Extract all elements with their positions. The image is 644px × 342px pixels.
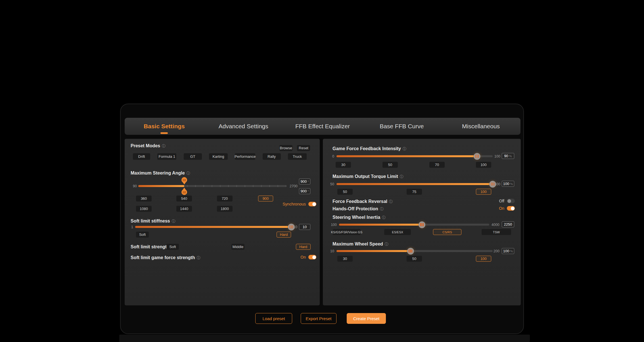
wheel-speed-30-button[interactable]: 30 [337,256,353,262]
info-icon[interactable]: ⓘ [380,207,384,211]
soft-limit-game-force-label: Soft limit game force strengthⓘ [131,255,200,261]
game-ffb-intensity-label: Game Force Feedback Intensityⓘ [333,146,406,152]
wheel-tsw-button[interactable]: TSW [482,229,511,235]
tab-miscellaneous[interactable]: Miscellaneous [441,123,520,130]
torque-100-button[interactable]: 100 [476,189,491,195]
inertia-handle[interactable] [419,221,425,228]
intensity-30-button[interactable]: 30 [336,162,351,168]
slider-fill [336,155,477,157]
info-icon[interactable]: ⓘ [385,242,388,246]
max-steering-angle-label: Maximum Steering Angleⓘ [131,171,190,176]
wheel-speed-handle[interactable] [407,248,414,255]
export-preset-button[interactable]: Export Preset [301,313,336,324]
angle-1800-button[interactable]: 1800 [217,206,233,212]
game-force-toggle[interactable] [308,255,316,259]
hands-off-toggle[interactable] [507,206,515,211]
bottom-bar [119,335,530,342]
stiffness-value[interactable]: 10 [299,224,310,230]
wheel-speed-value[interactable]: 100% [502,248,514,254]
slider-fill [336,183,493,185]
preset-gt-button[interactable]: GT [184,153,202,160]
wheel-speed-slider[interactable] [336,250,493,252]
info-icon[interactable]: ⓘ [400,175,403,179]
torque-75-button[interactable]: 75 [407,189,422,195]
tab-ffb-effect-equalizer[interactable]: FFB Effect Equalizer [283,123,362,130]
torque-min: 50 [327,182,334,186]
info-icon[interactable]: ⓘ [172,219,175,223]
stiffness-soft-button[interactable]: Soft [136,232,149,238]
info-icon[interactable]: ⓘ [382,215,386,220]
wheel-es-esx-button[interactable]: ES/ESX [384,229,411,235]
intensity-50-button[interactable]: 50 [382,162,398,168]
tab-basic-settings[interactable]: Basic Settings [125,123,204,130]
steering-angle-handle-bottom[interactable] [181,187,187,195]
tab-base-ffb-curve[interactable]: Base FFB Curve [362,123,441,130]
preset-modes-label: Preset Modesⓘ [131,143,166,149]
load-preset-button[interactable]: Load preset [255,313,292,324]
angle-900-button[interactable]: 900 [258,196,273,202]
strength-soft-button[interactable]: Soft [166,244,179,250]
hands-off-protection-label: Hands-Off Protectionⓘ [333,206,384,212]
browse-button[interactable]: Browse [279,145,292,151]
wheel-speed-100-button[interactable]: 100 [476,256,491,262]
reset-button[interactable]: Reset [297,145,310,151]
hands-off-row: On [488,206,515,211]
inertia-slider[interactable] [339,224,489,226]
strength-hard-button[interactable]: Hard [296,244,311,250]
hands-off-state: On [499,206,504,211]
intensity-slider[interactable] [336,155,493,157]
info-icon[interactable]: ⓘ [403,147,406,151]
preset-rally-button[interactable]: Rally [263,153,281,160]
preset-formula1-button[interactable]: Formula 1 [157,153,176,160]
torque-slider[interactable] [336,183,493,185]
wheel-cs-rs-button[interactable]: CS/RS [433,229,461,235]
preset-mode-buttons: Drift Formula 1 GT Karting Performance R… [133,153,307,160]
wheel-speed-50-button[interactable]: 50 [407,256,422,262]
steering-angle-min: 90 [128,184,137,188]
game-force-state: On [300,255,306,259]
torque-value[interactable]: 100% [502,181,514,187]
basic-settings-right-panel: Game Force Feedback Intensityⓘ 0 100 90%… [323,139,521,305]
angle-720-button[interactable]: 720 [217,196,233,202]
synchronous-toggle[interactable] [308,202,316,206]
steering-angle-value-bottom[interactable]: 900° [299,188,310,194]
wheel-speed-min: 10 [327,249,334,253]
angle-540-button[interactable]: 540 [176,196,192,202]
torque-50-button[interactable]: 50 [337,189,353,195]
ffb-reversal-row: Off [488,199,515,203]
intensity-value[interactable]: 90% [502,153,514,159]
ffb-reversal-label: Force Feedback Reversalⓘ [333,199,393,204]
angle-360-button[interactable]: 360 [136,196,152,202]
app-window: Basic Settings Advanced Settings FFB Eff… [120,104,524,334]
preset-truck-button[interactable]: Truck [288,153,307,160]
angle-1080-button[interactable]: 1080 [136,206,152,212]
intensity-100-button[interactable]: 100 [476,162,491,168]
info-icon[interactable]: ⓘ [187,171,190,175]
steering-angle-handle-top[interactable] [181,177,187,185]
torque-max: 100 [494,182,500,186]
stiffness-hard-button[interactable]: Hard [277,232,291,238]
soft-limit-stiffness-label: Soft limit stiffnessⓘ [131,219,175,224]
angle-1440-button[interactable]: 1440 [176,206,192,212]
slider-fill [138,185,184,187]
info-icon[interactable]: ⓘ [197,256,200,260]
ffb-reversal-toggle[interactable] [507,199,515,203]
stiffness-max: 10 [293,225,297,229]
steering-angle-slider[interactable] [138,185,287,187]
stiffness-slider[interactable] [135,226,291,228]
steering-angle-value-top[interactable]: 900° [299,179,310,184]
inertia-min: 100 [328,223,337,227]
preset-karting-button[interactable]: Karting [209,153,228,160]
wheel-ks-gs-fsr-visiongs-button[interactable]: KS/GS/FSR/Vision GS [333,229,361,235]
preset-performance-button[interactable]: Performance [235,153,255,160]
intensity-handle[interactable] [474,153,480,160]
intensity-70-button[interactable]: 70 [429,162,445,168]
info-icon[interactable]: ⓘ [389,200,393,204]
ffb-reversal-state: Off [499,199,504,203]
tab-advanced-settings[interactable]: Advanced Settings [204,123,283,130]
strength-middle-button[interactable]: Middle [231,244,244,250]
create-preset-button[interactable]: Create Preset [347,313,386,324]
info-icon[interactable]: ⓘ [162,144,166,148]
inertia-value[interactable]: 2250 [502,221,514,227]
preset-drift-button[interactable]: Drift [133,153,150,160]
